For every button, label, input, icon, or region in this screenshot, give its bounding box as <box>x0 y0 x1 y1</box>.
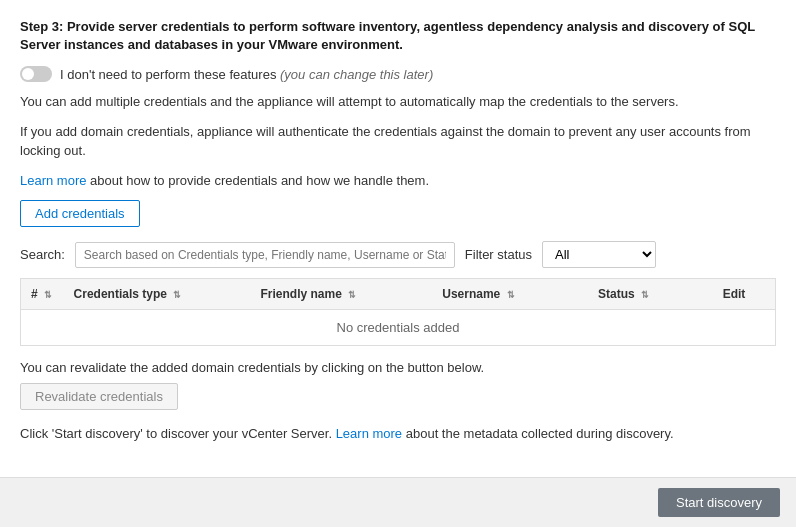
learn-more-link1[interactable]: Learn more <box>20 173 86 188</box>
learn-more-text1: about how to provide credentials and how… <box>86 173 429 188</box>
learn-more-row: Learn more about how to provide credenti… <box>20 171 776 191</box>
learn-more-link2[interactable]: Learn more <box>336 426 402 441</box>
feature-toggle[interactable] <box>20 66 52 82</box>
no-data-cell: No credentials added <box>21 310 775 346</box>
click-info: Click 'Start discovery' to discover your… <box>20 424 776 444</box>
info-line2: If you add domain credentials, appliance… <box>20 122 776 161</box>
sort-icon-num: ⇅ <box>44 290 52 300</box>
th-credentials-type[interactable]: Credentials type ⇅ <box>64 279 251 310</box>
search-filter-row: Search: Filter status All Valid Invalid … <box>20 241 776 268</box>
toggle-label: I don't need to perform these features (… <box>60 67 433 82</box>
table-body: No credentials added <box>21 310 775 346</box>
start-discovery-button[interactable]: Start discovery <box>658 488 780 517</box>
filter-status-select[interactable]: All Valid Invalid Not validated <box>542 241 656 268</box>
sort-icon-username: ⇅ <box>507 290 515 300</box>
add-credentials-button[interactable]: Add credentials <box>20 200 140 227</box>
step-title: Step 3: Provide server credentials to pe… <box>20 18 776 54</box>
no-data-row: No credentials added <box>21 310 775 346</box>
table-header: # ⇅ Credentials type ⇅ Friendly name ⇅ U… <box>21 279 775 310</box>
filter-status-label: Filter status <box>465 247 532 262</box>
sort-icon-friendly: ⇅ <box>348 290 356 300</box>
th-username[interactable]: Username ⇅ <box>432 279 588 310</box>
footer-bar: Start discovery <box>0 477 796 527</box>
sort-icon-status: ⇅ <box>641 290 649 300</box>
toggle-row: I don't need to perform these features (… <box>20 66 776 82</box>
th-status[interactable]: Status ⇅ <box>588 279 713 310</box>
th-friendly-name[interactable]: Friendly name ⇅ <box>251 279 433 310</box>
info-line1: You can add multiple credentials and the… <box>20 92 776 112</box>
search-label: Search: <box>20 247 65 262</box>
revalidate-text: You can revalidate the added domain cred… <box>20 360 776 375</box>
revalidate-credentials-button[interactable]: Revalidate credentials <box>20 383 178 410</box>
sort-icon-cred: ⇅ <box>173 290 181 300</box>
th-num[interactable]: # ⇅ <box>21 279 64 310</box>
search-input[interactable] <box>75 242 455 268</box>
th-edit: Edit <box>713 279 775 310</box>
credentials-table: # ⇅ Credentials type ⇅ Friendly name ⇅ U… <box>21 279 775 345</box>
credentials-table-container: # ⇅ Credentials type ⇅ Friendly name ⇅ U… <box>20 278 776 346</box>
